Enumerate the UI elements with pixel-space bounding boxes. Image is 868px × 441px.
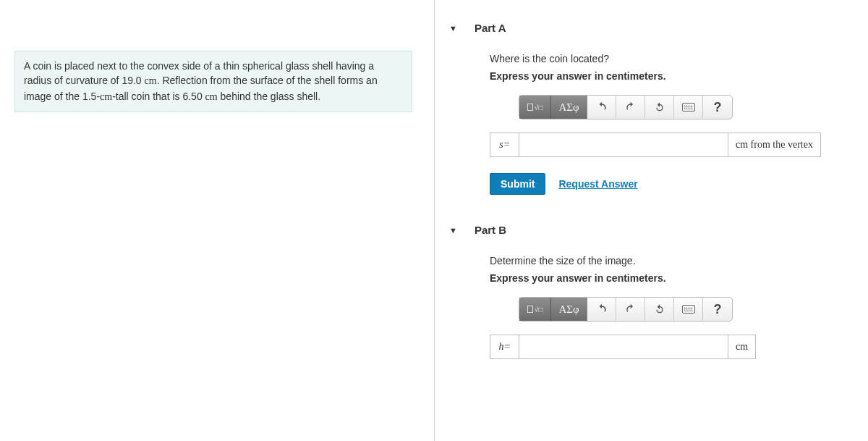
- templates-button[interactable]: √□: [519, 96, 551, 119]
- unit-label-b: cm: [728, 335, 756, 359]
- undo-icon: [596, 101, 608, 113]
- problem-text: -tall coin that is 6.50: [112, 91, 205, 102]
- unit-cm: cm: [145, 75, 157, 86]
- unit-label-a: cm from the vertex: [728, 133, 821, 157]
- templates-button[interactable]: √□: [519, 298, 551, 321]
- reset-button[interactable]: [645, 298, 674, 321]
- part-b-header[interactable]: ▼ Part B: [449, 224, 854, 236]
- part-a-prompt: Where is the coin located?: [490, 53, 854, 64]
- answer-row-b: h = cm: [490, 335, 854, 359]
- keyboard-icon: [682, 103, 695, 112]
- keyboard-button[interactable]: [674, 298, 703, 321]
- request-answer-link[interactable]: Request Answer: [558, 178, 637, 190]
- keyboard-icon: [682, 305, 695, 314]
- redo-button[interactable]: [616, 96, 645, 119]
- help-button[interactable]: ?: [703, 298, 732, 321]
- equals-sign: =: [505, 341, 511, 353]
- variable-h: h: [499, 341, 504, 353]
- undo-icon: [596, 303, 608, 315]
- part-b-instruction: Express your answer in centimeters.: [490, 272, 854, 284]
- variable-s: s: [499, 139, 503, 151]
- templates-icon: √□: [527, 104, 543, 112]
- problem-statement: A coin is placed next to the convex side…: [14, 51, 412, 112]
- problem-text: behind the glass shell.: [218, 91, 320, 102]
- part-b: ▼ Part B Determine the size of the image…: [449, 224, 854, 359]
- templates-icon: √□: [527, 306, 543, 314]
- unit-cm: cm: [205, 91, 218, 102]
- variable-label-s: s =: [490, 133, 519, 157]
- formula-toolbar: √□ ΑΣφ ?: [519, 297, 733, 322]
- submit-button[interactable]: Submit: [490, 173, 545, 195]
- greek-letters-button[interactable]: ΑΣφ: [551, 298, 587, 321]
- answer-row-a: s = cm from the vertex: [490, 133, 854, 157]
- part-a-instruction: Express your answer in centimeters.: [490, 70, 854, 82]
- part-a: ▼ Part A Where is the coin located? Expr…: [449, 22, 854, 195]
- formula-toolbar: √□ ΑΣφ ?: [519, 95, 733, 119]
- part-b-prompt: Determine the size of the image.: [490, 255, 854, 266]
- part-a-title: Part A: [475, 22, 506, 34]
- undo-button[interactable]: [587, 96, 616, 119]
- answer-input-a[interactable]: [519, 133, 728, 157]
- equals-sign: =: [504, 139, 510, 151]
- actions-row-a: Submit Request Answer: [490, 173, 854, 195]
- unit-cm: cm: [100, 91, 112, 102]
- variable-label-h: h =: [490, 335, 519, 359]
- part-b-title: Part B: [475, 224, 506, 236]
- undo-button[interactable]: [587, 298, 616, 321]
- redo-icon: [625, 101, 637, 113]
- caret-down-icon: ▼: [449, 226, 457, 235]
- redo-button[interactable]: [616, 298, 645, 321]
- answer-input-b[interactable]: [519, 335, 728, 359]
- reset-icon: [654, 303, 665, 315]
- part-a-header[interactable]: ▼ Part A: [449, 22, 854, 34]
- reset-icon: [654, 101, 665, 113]
- keyboard-button[interactable]: [674, 96, 703, 119]
- greek-letters-button[interactable]: ΑΣφ: [551, 96, 587, 119]
- caret-down-icon: ▼: [449, 24, 457, 33]
- reset-button[interactable]: [645, 96, 674, 119]
- redo-icon: [625, 303, 637, 315]
- help-button[interactable]: ?: [703, 96, 732, 119]
